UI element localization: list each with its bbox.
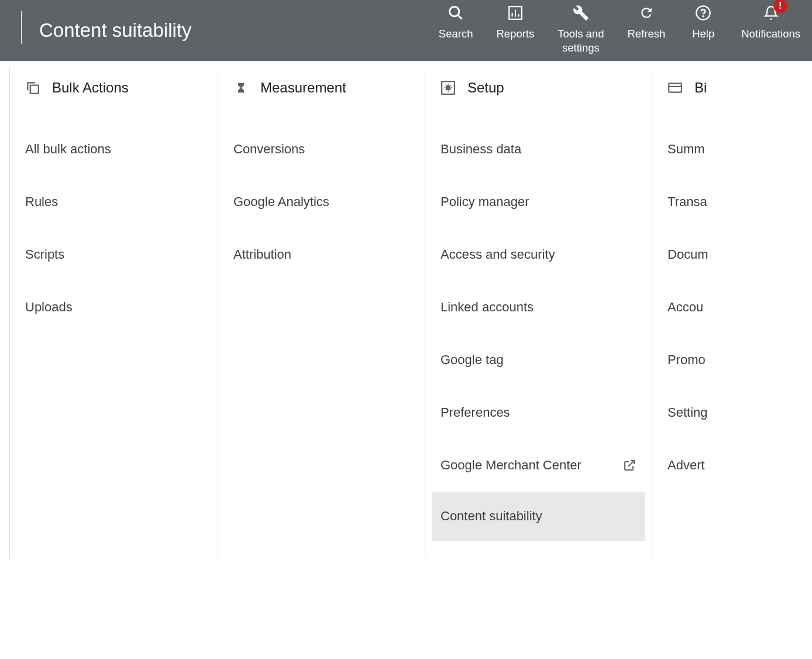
- menu-item-google-analytics[interactable]: Google Analytics: [218, 176, 425, 228]
- setup-header: Setup: [425, 80, 652, 96]
- svg-point-7: [703, 16, 704, 16]
- billing-title: Bi: [694, 80, 707, 96]
- menu-item-linked-accounts[interactable]: Linked accounts: [425, 281, 652, 334]
- bell-icon: !: [763, 5, 779, 21]
- menu-item-preferences[interactable]: Preferences: [425, 386, 652, 439]
- billing-header: Bi: [652, 80, 812, 96]
- menu-item-summary[interactable]: Summ: [652, 123, 812, 176]
- billing-column: Bi Summ Transa Docum Accou Promo Setting…: [652, 68, 812, 560]
- search-icon: [448, 5, 464, 21]
- external-link-icon: [622, 458, 636, 472]
- menu-item-rules[interactable]: Rules: [10, 176, 218, 228]
- help-button[interactable]: Help: [677, 2, 730, 41]
- menu-item-all-bulk-actions[interactable]: All bulk actions: [10, 123, 218, 176]
- menu-item-documents[interactable]: Docum: [652, 228, 812, 281]
- measurement-column: Measurement Conversions Google Analytics…: [218, 68, 425, 560]
- menu-item-access-security[interactable]: Access and security: [425, 228, 652, 281]
- menu-item-content-suitability[interactable]: Content suitability: [432, 492, 645, 541]
- menu-item-promotions[interactable]: Promo: [652, 334, 812, 386]
- search-button[interactable]: Search: [427, 2, 485, 41]
- copy-icon: [25, 80, 40, 95]
- tools-settings-menu: Bulk Actions All bulk actions Rules Scri…: [0, 61, 812, 560]
- svg-point-10: [446, 86, 450, 90]
- reports-label: Reports: [496, 27, 534, 41]
- header: Content suitability Search Reports: [0, 0, 812, 61]
- svg-rect-8: [30, 85, 39, 94]
- setup-column: Setup Business data Policy manager Acces…: [425, 68, 652, 560]
- credit-card-icon: [668, 80, 683, 95]
- menu-item-policy-manager[interactable]: Policy manager: [425, 176, 652, 228]
- reports-button[interactable]: Reports: [484, 2, 546, 41]
- search-label: Search: [439, 27, 473, 41]
- tools-settings-label: Tools and settings: [558, 27, 604, 55]
- bulk-actions-column: Bulk Actions All bulk actions Rules Scri…: [9, 68, 218, 560]
- header-divider: [21, 11, 22, 44]
- refresh-button[interactable]: Refresh: [615, 2, 677, 41]
- menu-item-uploads[interactable]: Uploads: [10, 281, 218, 334]
- tools-settings-button[interactable]: Tools and settings: [546, 2, 615, 55]
- measurement-header: Measurement: [218, 80, 425, 96]
- hourglass-icon: [233, 80, 249, 95]
- refresh-label: Refresh: [627, 27, 665, 41]
- svg-rect-12: [669, 83, 682, 92]
- help-label: Help: [692, 27, 714, 41]
- menu-item-settings[interactable]: Setting: [652, 386, 812, 439]
- svg-point-0: [450, 7, 459, 16]
- menu-item-attribution[interactable]: Attribution: [218, 228, 425, 281]
- menu-item-business-data[interactable]: Business data: [425, 123, 652, 176]
- page-title: Content suitability: [39, 19, 427, 42]
- menu-item-google-tag[interactable]: Google tag: [425, 334, 652, 386]
- help-icon: [695, 5, 711, 21]
- notifications-button[interactable]: ! Notifications: [730, 2, 812, 41]
- menu-item-advertiser[interactable]: Advert: [652, 439, 812, 492]
- svg-line-11: [628, 461, 634, 466]
- measurement-title: Measurement: [260, 80, 346, 96]
- menu-item-google-merchant-center[interactable]: Google Merchant Center: [425, 439, 652, 492]
- gear-icon: [441, 80, 456, 95]
- notifications-label: Notifications: [741, 27, 800, 41]
- menu-item-account[interactable]: Accou: [652, 281, 812, 334]
- header-actions: Search Reports Tools and settings: [427, 0, 812, 61]
- menu-item-transactions[interactable]: Transa: [652, 176, 812, 228]
- setup-title: Setup: [467, 80, 504, 96]
- svg-line-1: [458, 15, 462, 19]
- bar-chart-icon: [507, 5, 524, 21]
- menu-item-scripts[interactable]: Scripts: [10, 228, 218, 281]
- wrench-icon: [573, 5, 589, 21]
- refresh-icon: [638, 5, 655, 21]
- bulk-actions-title: Bulk Actions: [52, 80, 129, 96]
- notification-badge: !: [773, 0, 787, 13]
- bulk-actions-header: Bulk Actions: [10, 80, 218, 96]
- menu-item-conversions[interactable]: Conversions: [218, 123, 425, 176]
